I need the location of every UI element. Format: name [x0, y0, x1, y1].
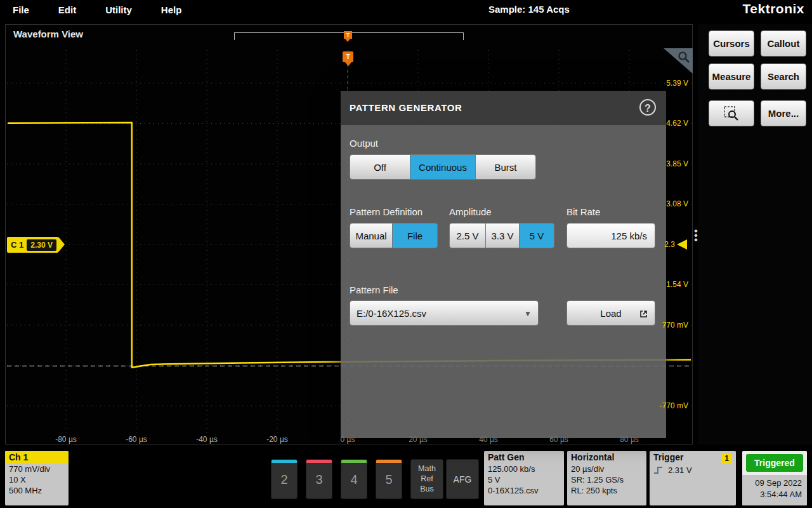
- time-label: -20 µs: [266, 435, 288, 444]
- time-label: -40 µs: [196, 435, 218, 444]
- pattern-generator-rate: 125.000 kb/s: [484, 464, 564, 474]
- bottom-bar: Ch 1 770 mV/div 10 X 500 MHz 2 3 4 5 Mat…: [0, 450, 812, 508]
- voltage-label: 3.85 V: [644, 159, 688, 168]
- channel1-scale: 770 mV/div: [5, 464, 69, 474]
- horizontal-panel-title: Horizontal: [567, 451, 646, 464]
- math-label: Math: [411, 464, 443, 474]
- channel2-button[interactable]: 2: [271, 459, 298, 499]
- pattern-generator-panel-title: Patt Gen: [484, 451, 564, 464]
- time-display: 3:54:44 AM: [742, 489, 802, 500]
- acquisition-status: Sample: 145 Acqs: [488, 4, 570, 15]
- channel5-button[interactable]: 5: [376, 459, 402, 499]
- channel1-bandwidth: 500 MHz: [5, 485, 69, 496]
- voltage-label: 1.54 V: [644, 280, 688, 289]
- trigger-level-label: 2.3: [631, 240, 675, 249]
- voltage-label: 770 mV: [644, 321, 688, 330]
- channel5-color-stripe: [376, 460, 402, 463]
- time-label: -80 µs: [55, 435, 77, 444]
- channel1-probe: 10 X: [5, 474, 69, 485]
- menu-edit[interactable]: Edit: [58, 4, 76, 15]
- trigger-badge-icon[interactable]: T: [343, 51, 353, 62]
- trigger-position-marker-icon[interactable]: T: [344, 31, 352, 39]
- math-ref-bus-button[interactable]: Math Ref Bus: [410, 459, 443, 499]
- voltage-label: 5.39 V: [644, 79, 688, 88]
- trigger-panel[interactable]: Trigger 1 2.31 V: [650, 451, 736, 505]
- channel1-panel-title: Ch 1: [5, 451, 69, 464]
- search-button[interactable]: Search: [761, 64, 806, 90]
- ref-label: Ref: [411, 474, 443, 484]
- rising-edge-icon: [653, 465, 664, 475]
- channel3-number: 3: [306, 472, 332, 487]
- pattern-file-label: Pattern File: [350, 284, 398, 295]
- load-button[interactable]: Load: [566, 300, 655, 326]
- chevron-down-icon: ▼: [524, 309, 532, 318]
- horizontal-scale: 20 µs/div: [567, 464, 646, 474]
- voltage-label: 4.62 V: [644, 119, 688, 128]
- pattern-definition-label: Pattern Definition: [350, 206, 422, 217]
- bus-label: Bus: [411, 484, 443, 494]
- pattern-generator-file: 0-16X125.csv: [484, 485, 564, 496]
- channel1-handle[interactable]: C 1 2.30 V: [7, 237, 58, 253]
- amplitude-label: Amplitude: [449, 206, 492, 217]
- channel3-color-stripe: [306, 460, 332, 463]
- horizontal-panel[interactable]: Horizontal 20 µs/div SR: 1.25 GS/s RL: 2…: [567, 451, 646, 505]
- right-toolbar: Cursors Callout Measure Search More...: [698, 24, 812, 444]
- trigger-level-value: 2.31 V: [668, 465, 692, 475]
- afg-button[interactable]: AFG: [446, 459, 479, 499]
- amplitude-5v-button[interactable]: 5 V: [519, 223, 554, 248]
- pattern-file-dropdown[interactable]: E:/0-16X125.csv ▼: [350, 300, 539, 326]
- trigger-source-badge[interactable]: 1: [721, 453, 732, 464]
- voltage-label: -770 mV: [644, 401, 688, 410]
- channel4-button[interactable]: 4: [341, 459, 367, 499]
- horizontal-record-length: RL: 250 kpts: [567, 485, 646, 496]
- amplitude-toggle-group: 2.5 V 3.3 V 5 V: [449, 223, 554, 248]
- pattern-definition-toggle-group: Manual File: [350, 223, 438, 248]
- cursors-button[interactable]: Cursors: [709, 30, 754, 57]
- horizontal-sample-rate: SR: 1.25 GS/s: [567, 474, 646, 485]
- time-label: -60 µs: [126, 435, 147, 444]
- channel1-label: C 1: [11, 240, 23, 250]
- amplitude-2v5-button[interactable]: 2.5 V: [449, 223, 486, 248]
- more-button[interactable]: More...: [761, 100, 806, 126]
- waveform-view-title: Waveform View: [13, 29, 83, 39]
- channel4-number: 4: [341, 472, 367, 487]
- pattern-generator-dialog: PATTERN GENERATOR ? Output Off Continuou…: [341, 91, 666, 438]
- output-toggle-group: Off Continuous Burst: [350, 154, 536, 180]
- menu-help[interactable]: Help: [161, 4, 182, 15]
- voltage-label: 3.08 V: [644, 199, 688, 208]
- panel-splitter-handle[interactable]: •••: [694, 229, 698, 242]
- channel2-number: 2: [272, 472, 297, 487]
- channel4-color-stripe: [341, 460, 367, 463]
- output-label: Output: [350, 138, 378, 149]
- trigger-status-block: Triggered 09 Sep 2022 3:54:44 AM: [742, 451, 807, 505]
- zoom-select-icon: [723, 105, 740, 122]
- pattern-generator-amplitude: 5 V: [484, 474, 564, 485]
- pattern-file-button[interactable]: File: [392, 223, 438, 248]
- zoom-select-button[interactable]: [709, 100, 754, 126]
- menu-file[interactable]: File: [13, 4, 29, 15]
- pattern-generator-panel[interactable]: Patt Gen 125.000 kb/s 5 V 0-16X125.csv: [484, 451, 564, 505]
- tektronix-logo: Tektronix: [743, 1, 804, 17]
- trigger-level-arrow-icon[interactable]: [677, 239, 687, 250]
- channel3-button[interactable]: 3: [306, 459, 332, 499]
- bit-rate-label: Bit Rate: [566, 206, 600, 217]
- date-display: 09 Sep 2022: [742, 478, 802, 489]
- menu-bar: File Edit Utility Help Sample: 145 Acqs …: [0, 0, 812, 19]
- menu-utility[interactable]: Utility: [105, 4, 132, 15]
- channel1-panel[interactable]: Ch 1 770 mV/div 10 X 500 MHz: [5, 451, 69, 505]
- pattern-file-value: E:/0-16X125.csv: [357, 308, 426, 319]
- help-button[interactable]: ?: [639, 99, 656, 116]
- triggered-badge: Triggered: [746, 454, 803, 472]
- channel1-offset-value: 2.30 V: [27, 239, 56, 251]
- external-link-icon: [639, 309, 648, 319]
- measure-button[interactable]: Measure: [709, 64, 754, 90]
- amplitude-3v3-button[interactable]: 3.3 V: [485, 223, 520, 248]
- output-burst-button[interactable]: Burst: [475, 154, 536, 180]
- callout-button[interactable]: Callout: [761, 30, 806, 57]
- pattern-manual-button[interactable]: Manual: [350, 223, 393, 248]
- output-off-button[interactable]: Off: [350, 154, 410, 180]
- channel2-color-stripe: [272, 460, 297, 463]
- output-continuous-button[interactable]: Continuous: [410, 154, 476, 180]
- dialog-header[interactable]: PATTERN GENERATOR ?: [341, 91, 666, 125]
- load-button-label: Load: [600, 308, 621, 319]
